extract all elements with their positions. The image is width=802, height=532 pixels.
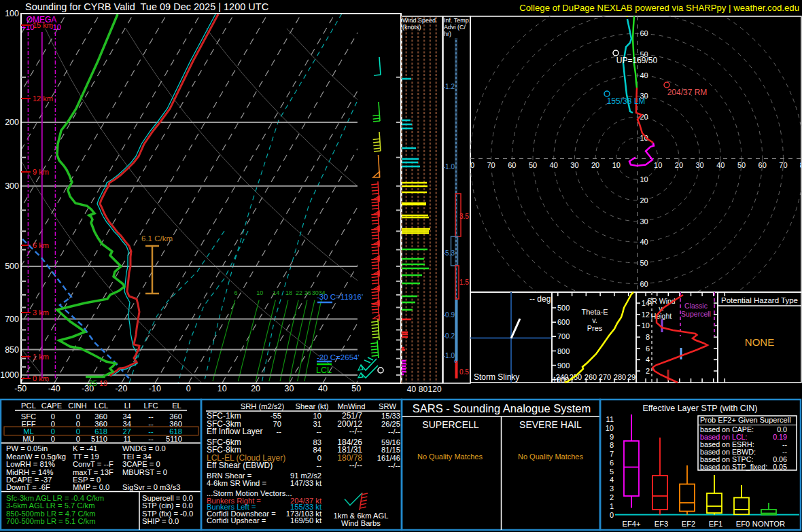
svg-text:14: 14 xyxy=(273,289,279,296)
svg-text:Pres: Pres xyxy=(587,324,603,332)
svg-text:SEVERE HAIL: SEVERE HAIL xyxy=(519,419,582,430)
svg-text:-30 C=11916': -30 C=11916' xyxy=(317,293,363,301)
svg-text:40: 40 xyxy=(640,238,648,246)
svg-text:70: 70 xyxy=(273,420,281,428)
svg-text:50: 50 xyxy=(351,384,361,393)
svg-text:500: 500 xyxy=(5,262,19,271)
svg-text:SigSvr = 0 m3/s3: SigSvr = 0 m3/s3 xyxy=(122,483,181,491)
svg-text:22: 22 xyxy=(296,289,302,296)
svg-text:270: 270 xyxy=(599,373,611,381)
svg-text:40: 40 xyxy=(550,161,558,169)
svg-text:--: -- xyxy=(277,427,282,436)
svg-text:0: 0 xyxy=(76,435,80,443)
svg-text:280: 280 xyxy=(614,373,626,381)
svg-text:EL: EL xyxy=(172,402,181,410)
svg-text:3: 3 xyxy=(610,484,614,493)
svg-text:SHIP = 0.0: SHIP = 0.0 xyxy=(142,517,179,525)
svg-text:29: 29 xyxy=(627,373,635,381)
svg-text:850-500mb LR = 4.7 C/km: 850-500mb LR = 4.7 C/km xyxy=(6,510,96,518)
svg-text:TEI = 34: TEI = 34 xyxy=(122,453,152,461)
svg-text:120: 120 xyxy=(428,385,442,394)
svg-text:70: 70 xyxy=(487,161,495,169)
svg-text:No Quality Matches: No Quality Matches xyxy=(518,453,583,461)
svg-text:200: 200 xyxy=(5,118,19,127)
svg-text:-20: -20 xyxy=(115,384,127,393)
svg-text:(knots): (knots) xyxy=(402,24,421,31)
svg-text:EF2: EF2 xyxy=(682,520,696,528)
svg-text:5110: 5110 xyxy=(166,435,182,443)
svg-text:9 km: 9 km xyxy=(33,168,49,176)
svg-text:Prob EF2+ Given Supercell: Prob EF2+ Given Supercell xyxy=(700,416,791,424)
svg-text:31: 31 xyxy=(313,420,321,428)
svg-text:5: 5 xyxy=(610,467,614,476)
svg-text:0 km: 0 km xyxy=(33,374,49,383)
svg-text:--/--: --/-- xyxy=(388,427,400,436)
svg-text:--/--: --/-- xyxy=(349,461,362,470)
svg-text:20: 20 xyxy=(591,161,599,169)
svg-text:MnWind: MnWind xyxy=(337,402,365,410)
svg-text:10: 10 xyxy=(313,412,321,420)
svg-text:Sounding for CYRB Valid Tue 0: Sounding for CYRB Valid Tue 09 Dec 2025 … xyxy=(25,1,268,12)
svg-text:60: 60 xyxy=(508,161,516,169)
svg-text:20: 20 xyxy=(675,161,683,169)
svg-text:18: 18 xyxy=(285,289,292,296)
svg-text:6 km: 6 km xyxy=(33,241,49,249)
svg-text:Shear (kt): Shear (kt) xyxy=(295,402,328,410)
svg-text:Eff Shear (EBWD): Eff Shear (EBWD) xyxy=(207,461,273,470)
svg-text:8: 8 xyxy=(646,333,650,341)
svg-text:100: 100 xyxy=(5,9,19,18)
svg-text:204/37 RM: 204/37 RM xyxy=(667,88,708,97)
svg-text:based on STP_fixed:: based on STP_fixed: xyxy=(700,463,767,471)
svg-text:70: 70 xyxy=(779,161,787,169)
svg-text:6: 6 xyxy=(234,289,237,296)
svg-text:3 km: 3 km xyxy=(33,308,49,317)
svg-text:LFC: LFC xyxy=(143,402,158,410)
svg-text:5110: 5110 xyxy=(91,435,107,443)
svg-text:60: 60 xyxy=(640,29,648,37)
svg-text:12 km: 12 km xyxy=(33,94,53,103)
svg-text:80: 80 xyxy=(419,385,428,394)
svg-text:50: 50 xyxy=(640,259,648,267)
svg-text:81/15: 81/15 xyxy=(381,446,400,454)
svg-text:1000: 1000 xyxy=(0,370,19,380)
svg-text:DownT = -6F: DownT = -6F xyxy=(6,483,50,491)
svg-text:SARS - Sounding Analogue Syste: SARS - Sounding Analogue System xyxy=(413,402,591,414)
svg-text:Theta-E: Theta-E xyxy=(581,308,608,316)
svg-text:850: 850 xyxy=(5,345,19,355)
svg-text:-20 C=2654': -20 C=2654' xyxy=(317,353,360,361)
svg-text:8: 8 xyxy=(610,441,614,449)
svg-text:4-6km SR Wind =: 4-6km SR Wind = xyxy=(207,479,266,487)
svg-text:1: 1 xyxy=(610,502,614,510)
svg-text:10: 10 xyxy=(606,424,614,432)
svg-text:147/33 kt: 147/33 kt xyxy=(290,479,322,487)
svg-text:WNDG = 0.0: WNDG = 0.0 xyxy=(122,444,166,453)
svg-text:4: 4 xyxy=(610,476,614,484)
svg-text:15/33: 15/33 xyxy=(381,412,400,420)
svg-text:10: 10 xyxy=(640,175,648,183)
svg-text:12: 12 xyxy=(642,311,650,319)
svg-text:PW = 0.05in: PW = 0.05in xyxy=(6,444,48,453)
svg-text:PCL: PCL xyxy=(21,402,36,410)
svg-text:20: 20 xyxy=(251,384,260,393)
svg-text:0: 0 xyxy=(186,384,191,393)
svg-text:-1.0: -1.0 xyxy=(443,163,455,171)
svg-text:Height: Height xyxy=(651,312,672,320)
svg-text:155/33 LM: 155/33 LM xyxy=(607,96,646,106)
svg-text:CINH: CINH xyxy=(68,402,86,410)
svg-text:Wind Speed: Wind Speed xyxy=(402,17,436,24)
svg-text:40: 40 xyxy=(407,385,417,394)
svg-text:-50: -50 xyxy=(14,384,27,393)
svg-text:40: 40 xyxy=(318,384,328,393)
svg-text:19: 19 xyxy=(99,379,107,387)
svg-text:UP=169/50: UP=169/50 xyxy=(616,56,658,65)
svg-text:-0.9: -0.9 xyxy=(443,311,455,319)
svg-text:Inf. Temp.: Inf. Temp. xyxy=(444,17,470,24)
svg-text:LI: LI xyxy=(124,402,130,410)
svg-text:83: 83 xyxy=(313,438,321,446)
svg-text:84: 84 xyxy=(313,446,321,454)
svg-text:-25: -25 xyxy=(86,379,97,387)
svg-text:LowRH = 81%: LowRH = 81% xyxy=(6,460,55,468)
svg-text:40: 40 xyxy=(716,161,725,169)
svg-text:240: 240 xyxy=(556,373,568,381)
svg-text:Wind Barbs: Wind Barbs xyxy=(341,519,381,527)
